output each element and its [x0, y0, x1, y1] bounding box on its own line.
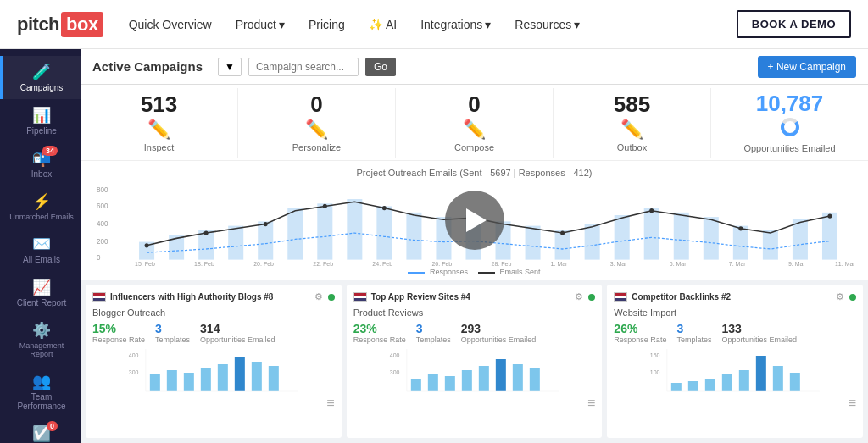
svg-rect-62 [235, 357, 245, 391]
card-3-mini-chart: 150 100 [614, 349, 856, 396]
card-2-header: Top App Review Sites #4 ⚙ [353, 291, 596, 302]
chevron-down-icon-2: ▾ [485, 18, 491, 31]
svg-text:20. Feb: 20. Feb [253, 260, 274, 266]
card-3-more-icon[interactable]: ≡ [614, 396, 856, 411]
card-1-title-row: Influencers with High Authority Blogs #8 [92, 292, 273, 302]
svg-text:3. Mar: 3. Mar [610, 260, 627, 266]
stat-personalize: 0 ✏️ Personalize [238, 88, 396, 158]
unmatched-icon: ⚡ [32, 192, 51, 211]
card-3-response-rate: 26% Response Rate [614, 322, 666, 344]
card-1-tpl-value: 3 [155, 322, 190, 335]
stat-inspect-number: 513 [141, 93, 177, 115]
card-2-title-row: Top App Review Sites #4 [353, 292, 470, 302]
card-3-tpl-value: 3 [676, 322, 711, 335]
svg-point-37 [560, 230, 565, 235]
svg-rect-59 [184, 373, 194, 391]
stat-personalize-number: 0 [310, 93, 322, 115]
svg-rect-87 [773, 366, 783, 391]
nav-quick-overview[interactable]: Quick Overview [129, 18, 212, 31]
svg-text:100: 100 [650, 369, 660, 375]
sidebar-item-campaigns[interactable]: 🧪 Campaigns [0, 56, 81, 99]
legend-responses: Responses [408, 268, 468, 276]
svg-rect-58 [167, 370, 177, 391]
stat-outbox-number: 585 [614, 93, 650, 115]
bottom-cards: Influencers with High Authority Blogs #8… [81, 280, 868, 443]
stat-compose-number: 0 [468, 93, 480, 115]
sidebar-item-management-report[interactable]: ⚙️ Management Report [0, 314, 81, 365]
card-3-opp-label: Opportunities Emailed [721, 335, 797, 344]
sidebar-item-all-emails[interactable]: ✉️ All Emails [0, 228, 81, 271]
sidebar-item-team-performance[interactable]: 👥 Team Performance [0, 365, 81, 418]
card-3-settings-icon[interactable]: ⚙ [836, 291, 844, 302]
card-1-status-dot [328, 294, 335, 301]
stat-opportunities-number: 10,787 [756, 92, 824, 114]
svg-rect-13 [317, 203, 332, 259]
svg-rect-83 [705, 379, 715, 391]
card-1-type: Blogger Outreach [92, 307, 335, 318]
client-report-icon: 📈 [32, 278, 51, 296]
svg-text:15. Feb: 15. Feb [135, 260, 155, 266]
card-1-opp-label: Opportunities Emailed [200, 335, 275, 344]
card-2-more-icon[interactable]: ≡ [353, 396, 596, 411]
sidebar-item-pipeline[interactable]: 📊 Pipeline [0, 99, 81, 142]
sidebar-inbox-label: Inbox [31, 169, 52, 179]
svg-point-33 [264, 222, 268, 226]
card-1-opportunities: 314 Opportunities Emailed [200, 322, 275, 344]
chevron-down-icon: ▾ [279, 18, 285, 31]
svg-rect-82 [688, 381, 698, 391]
chevron-down-icon-3: ▾ [574, 18, 580, 31]
nav-product[interactable]: Product ▾ [236, 18, 285, 31]
card-2-rr-label: Response Rate [353, 335, 406, 344]
compose-label: Compose [454, 142, 494, 152]
go-button[interactable]: Go [365, 58, 396, 76]
book-demo-button[interactable]: BOOK A DEMO [737, 10, 851, 38]
campaign-card-3: Competitor Backlinks #2 ⚙ Website Import… [607, 285, 863, 438]
svg-rect-75 [513, 364, 523, 391]
nav-resources[interactable]: Resources ▾ [515, 18, 580, 31]
svg-text:600: 600 [97, 202, 108, 209]
card-1-header: Influencers with High Authority Blogs #8… [92, 291, 335, 302]
pipeline-icon: 📊 [32, 106, 51, 125]
svg-rect-88 [790, 373, 800, 391]
campaign-search-input[interactable] [248, 58, 359, 76]
video-play-button[interactable] [445, 191, 504, 250]
svg-point-40 [827, 213, 832, 218]
svg-rect-60 [201, 368, 211, 391]
svg-point-34 [323, 204, 327, 208]
sidebar-item-tasks[interactable]: ☑️0 Tasks [0, 418, 81, 443]
nav-integrations[interactable]: Integrations ▾ [420, 18, 491, 31]
compose-icon: ✏️ [463, 119, 486, 141]
sidebar-item-client-report[interactable]: 📈 Client Report [0, 271, 81, 314]
nav-ai[interactable]: ✨ AI [369, 18, 397, 31]
card-1-more-icon[interactable]: ≡ [92, 396, 335, 411]
stats-row: 513 ✏️ Inspect 0 ✏️ Personalize 0 ✏️ Com… [81, 85, 868, 161]
card-2-title: Top App Review Sites #4 [371, 292, 470, 302]
filter-icon: ▼ [225, 61, 235, 73]
team-icon: 👥 [32, 372, 51, 390]
sidebar-management-label: Management Report [7, 341, 76, 358]
sidebar-item-unmatched-emails[interactable]: ⚡ Unmatched Emails [0, 186, 81, 228]
card-1-templates: 3 Templates [155, 322, 190, 344]
svg-text:300: 300 [129, 369, 139, 375]
svg-text:0: 0 [97, 253, 101, 261]
tasks-icon: ☑️0 [32, 424, 51, 443]
card-2-settings-icon[interactable]: ⚙ [575, 291, 583, 302]
management-icon: ⚙️ [32, 321, 51, 340]
filter-button[interactable]: ▼ [218, 58, 242, 76]
card-1-tpl-label: Templates [155, 335, 190, 344]
outbox-label: Outbox [617, 142, 647, 152]
sidebar-item-inbox[interactable]: 📬34 Inbox [0, 142, 81, 186]
svg-text:5. Mar: 5. Mar [670, 260, 687, 266]
card-1-rr-value: 15% [92, 322, 145, 335]
svg-rect-20 [526, 226, 541, 260]
campaigns-header: Active Campaigns ▼ Go + New Campaign [81, 49, 868, 85]
svg-text:800: 800 [97, 186, 108, 193]
card-1-settings-icon[interactable]: ⚙ [314, 291, 323, 302]
svg-rect-27 [733, 226, 748, 260]
nav-pricing[interactable]: Pricing [309, 18, 345, 31]
new-campaign-button[interactable]: + New Campaign [758, 56, 856, 78]
main-container: 🧪 Campaigns 📊 Pipeline 📬34 Inbox ⚡ Unmat… [0, 49, 868, 443]
sidebar-campaigns-label: Campaigns [20, 83, 64, 92]
card-3-header: Competitor Backlinks #2 ⚙ [614, 291, 856, 302]
sidebar-client-report-label: Client Report [17, 298, 66, 307]
